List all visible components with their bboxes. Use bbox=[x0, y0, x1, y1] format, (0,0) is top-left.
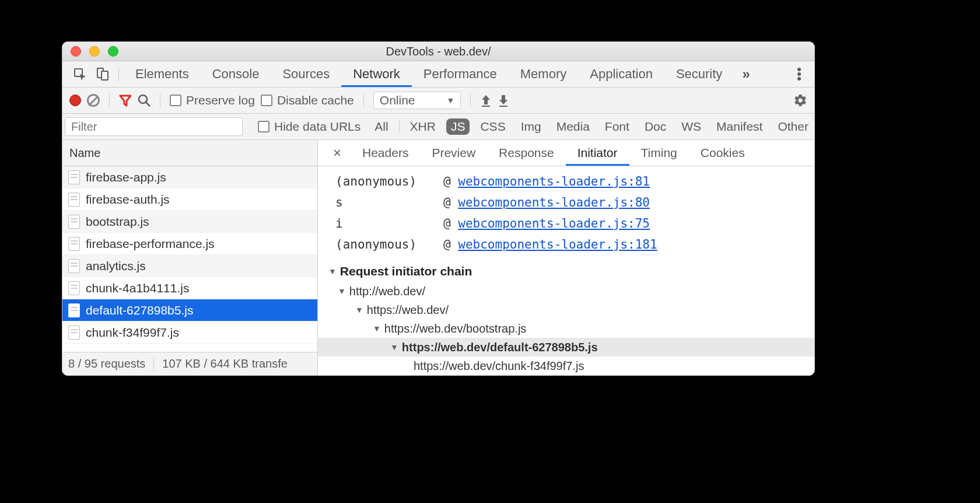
more-panels-icon[interactable]: » bbox=[734, 66, 758, 82]
separator bbox=[118, 67, 119, 81]
filter-type-other[interactable]: Other bbox=[773, 118, 813, 135]
panel-tabs: ElementsConsoleSourcesNetworkPerformance… bbox=[62, 61, 814, 88]
detail-body: (anonymous)@ webcomponents-loader.js:81s… bbox=[318, 166, 814, 375]
disable-cache-label: Disable cache bbox=[277, 93, 354, 107]
request-name: firebase-app.js bbox=[86, 170, 166, 184]
request-row[interactable]: firebase-auth.js bbox=[62, 188, 317, 211]
close-window-button[interactable] bbox=[71, 46, 81, 57]
preserve-log-checkbox[interactable]: Preserve log bbox=[170, 93, 255, 107]
detail-tab-preview[interactable]: Preview bbox=[420, 140, 487, 166]
network-settings-icon[interactable] bbox=[793, 93, 807, 107]
tab-network[interactable]: Network bbox=[341, 61, 412, 87]
initiator-chain-header[interactable]: ▼ Request initiator chain bbox=[328, 264, 803, 278]
request-name: firebase-auth.js bbox=[86, 193, 170, 207]
request-row[interactable]: firebase-app.js bbox=[62, 166, 317, 188]
at-symbol: @ bbox=[443, 216, 458, 230]
chain-entry[interactable]: ▼https://web.dev/bootstrap.js bbox=[335, 319, 803, 338]
chain-entry[interactable]: ▼https://web.dev/ bbox=[335, 301, 803, 319]
filter-type-media[interactable]: Media bbox=[552, 118, 594, 135]
request-count: 8 / 95 requests bbox=[68, 357, 145, 371]
detail-tab-response[interactable]: Response bbox=[487, 140, 566, 166]
filter-toggle-icon[interactable] bbox=[119, 94, 132, 107]
filter-type-font[interactable]: Font bbox=[600, 118, 634, 135]
filter-type-js[interactable]: JS bbox=[446, 118, 470, 135]
requests-header[interactable]: Name bbox=[62, 140, 317, 166]
inspect-element-icon[interactable] bbox=[68, 61, 92, 87]
filter-input[interactable] bbox=[65, 117, 243, 136]
request-row[interactable]: chunk-f34f99f7.js bbox=[62, 322, 317, 344]
source-link[interactable]: webcomponents-loader.js:81 bbox=[458, 174, 650, 188]
tab-console[interactable]: Console bbox=[201, 61, 271, 87]
disable-cache-checkbox[interactable]: Disable cache bbox=[261, 93, 354, 107]
stack-frame: (anonymous)@ webcomponents-loader.js:181 bbox=[335, 234, 803, 255]
svg-point-4 bbox=[797, 72, 801, 76]
tab-security[interactable]: Security bbox=[664, 61, 734, 87]
source-link[interactable]: webcomponents-loader.js:75 bbox=[458, 216, 650, 230]
file-icon bbox=[68, 303, 80, 317]
svg-point-6 bbox=[139, 95, 147, 103]
filter-type-all[interactable]: All bbox=[370, 118, 393, 135]
stack-function: (anonymous) bbox=[335, 171, 432, 192]
hide-data-urls-checkbox[interactable]: Hide data URLs bbox=[258, 120, 360, 134]
svg-rect-8 bbox=[482, 106, 490, 107]
clear-button[interactable] bbox=[87, 94, 100, 107]
network-toolbar: Preserve log Disable cache Online ▼ bbox=[62, 88, 814, 114]
separator bbox=[109, 93, 110, 107]
checkbox-icon bbox=[170, 95, 181, 106]
detail-tab-timing[interactable]: Timing bbox=[629, 140, 689, 166]
request-row[interactable]: default-627898b5.js bbox=[62, 299, 317, 322]
filter-type-doc[interactable]: Doc bbox=[640, 118, 671, 135]
file-icon bbox=[68, 326, 80, 340]
stack-frame: s@ webcomponents-loader.js:80 bbox=[335, 192, 803, 213]
expand-icon: ▼ bbox=[355, 301, 363, 319]
source-link[interactable]: webcomponents-loader.js:181 bbox=[458, 237, 657, 252]
tab-elements[interactable]: Elements bbox=[124, 61, 201, 87]
preserve-log-label: Preserve log bbox=[186, 93, 255, 107]
chain-entry[interactable]: ▼http://web.dev/ bbox=[335, 282, 803, 301]
filter-type-ws[interactable]: WS bbox=[677, 118, 706, 135]
filter-type-img[interactable]: Img bbox=[516, 118, 546, 135]
close-detail-icon[interactable]: × bbox=[324, 145, 351, 161]
record-button[interactable] bbox=[69, 95, 81, 106]
expand-icon: ▼ bbox=[338, 282, 346, 301]
request-row[interactable]: analytics.js bbox=[62, 255, 317, 277]
file-icon bbox=[68, 193, 80, 207]
tab-memory[interactable]: Memory bbox=[509, 61, 578, 87]
request-row[interactable]: chunk-4a1b4111.js bbox=[62, 277, 317, 299]
stack-function: (anonymous) bbox=[335, 234, 432, 255]
expand-icon: ▼ bbox=[328, 267, 337, 276]
chain-url: https://web.dev/chunk-f34f99f7.js bbox=[414, 357, 584, 375]
at-symbol: @ bbox=[443, 174, 458, 188]
source-link[interactable]: webcomponents-loader.js:80 bbox=[458, 195, 650, 209]
tab-application[interactable]: Application bbox=[578, 61, 664, 87]
detail-tab-initiator[interactable]: Initiator bbox=[566, 140, 629, 166]
detail-tab-headers[interactable]: Headers bbox=[351, 140, 420, 166]
request-row[interactable]: firebase-performance.js bbox=[62, 233, 317, 255]
chain-url: https://web.dev/bootstrap.js bbox=[384, 319, 526, 338]
checkbox-icon bbox=[261, 95, 272, 106]
filter-type-xhr[interactable]: XHR bbox=[405, 118, 440, 135]
tab-sources[interactable]: Sources bbox=[271, 61, 341, 87]
separator bbox=[160, 93, 160, 107]
svg-point-10 bbox=[799, 99, 802, 102]
filter-type-css[interactable]: CSS bbox=[475, 118, 510, 135]
at-symbol: @ bbox=[443, 195, 458, 209]
stack-frame: (anonymous)@ webcomponents-loader.js:81 bbox=[335, 171, 803, 192]
upload-har-icon[interactable] bbox=[480, 94, 492, 107]
filter-type-manifest[interactable]: Manifest bbox=[712, 118, 767, 135]
network-main: Name firebase-app.jsfirebase-auth.jsboot… bbox=[62, 140, 814, 375]
device-toolbar-icon[interactable] bbox=[92, 61, 114, 87]
chain-entry[interactable]: https://web.dev/chunk-f34f99f7.js bbox=[335, 357, 803, 375]
minimize-window-button[interactable] bbox=[89, 46, 100, 57]
filter-row: Hide data URLs AllXHRJSCSSImgMediaFontDo… bbox=[62, 114, 814, 140]
chain-entry[interactable]: ▼https://web.dev/default-627898b5.js bbox=[318, 338, 814, 357]
tab-performance[interactable]: Performance bbox=[412, 61, 509, 87]
maximize-window-button[interactable] bbox=[108, 46, 118, 57]
traffic-lights bbox=[71, 46, 118, 57]
detail-tab-cookies[interactable]: Cookies bbox=[689, 140, 757, 166]
throttling-select[interactable]: Online ▼ bbox=[373, 92, 461, 109]
search-icon[interactable] bbox=[138, 94, 150, 107]
request-row[interactable]: bootstrap.js bbox=[62, 211, 317, 233]
settings-menu-icon[interactable] bbox=[790, 67, 808, 81]
download-har-icon[interactable] bbox=[498, 94, 509, 107]
